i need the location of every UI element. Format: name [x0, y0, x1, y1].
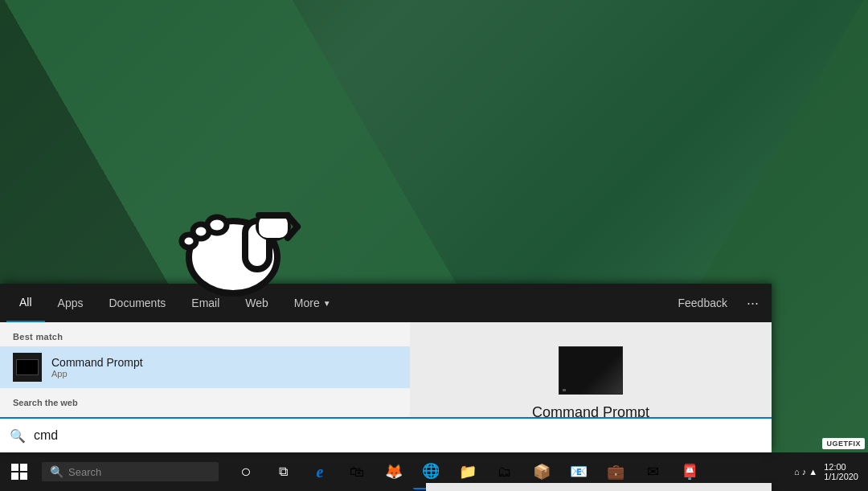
taskbar-store[interactable]: 🛍 [339, 454, 375, 489]
tray-icons: ⌂ ♪ ▲ [794, 467, 817, 477]
taskbar-cortana[interactable]: ○ [228, 454, 264, 489]
cmd-app-icon [13, 353, 42, 382]
search-nav-tabs: All Apps Documents Email Web More ▼ [6, 284, 678, 322]
tab-apps[interactable]: Apps [45, 284, 96, 322]
result-subtitle: App [51, 369, 397, 378]
tab-more[interactable]: More ▼ [281, 284, 344, 322]
mail-icon: ✉ [647, 463, 659, 481]
feedback-button[interactable]: Feedback [678, 297, 727, 309]
app2-icon: 📦 [533, 463, 551, 481]
context-menu: Open Run as administrator [426, 483, 772, 491]
explorer-icon: 📁 [459, 463, 477, 481]
taskbar-firefox[interactable]: 🦊 [376, 454, 411, 489]
firefox-icon: 🦊 [385, 463, 403, 481]
search-nav: All Apps Documents Email Web More ▼ Feed… [0, 284, 772, 322]
taskbar-search[interactable]: 🔍 Search [42, 462, 219, 481]
outlook-icon: 📮 [681, 463, 698, 481]
nav-more-button[interactable]: ··· [740, 295, 765, 312]
edge-icon: e [317, 463, 324, 481]
search-input-bar: 🔍 [0, 417, 772, 452]
chrome-icon: 🌐 [422, 462, 440, 480]
taskbar-search-icon: 🔍 [50, 465, 63, 478]
result-item-cmd[interactable]: Command Prompt App [0, 346, 410, 388]
start-button[interactable] [0, 452, 39, 491]
more-label: More [294, 297, 320, 309]
context-open[interactable]: Open [426, 483, 772, 491]
app1-icon: 🗂 [497, 464, 512, 481]
app4-icon: 💼 [607, 463, 624, 481]
cortana-icon: ○ [236, 462, 256, 481]
search-icon: 🔍 [10, 428, 26, 444]
taskbar-search-text: Search [68, 466, 101, 478]
nav-right: Feedback ··· [678, 295, 766, 312]
tab-all[interactable]: All [6, 284, 45, 322]
tray-clock: 12:001/1/2020 [824, 462, 858, 481]
chevron-down-icon: ▼ [323, 299, 331, 308]
app3-icon: 📧 [570, 463, 588, 481]
taskbar-edge[interactable]: e [302, 454, 338, 489]
web-search-label: Search the web [0, 388, 410, 412]
task-view-icon: ⧉ [279, 464, 288, 479]
tab-email[interactable]: Email [178, 284, 232, 322]
tab-web[interactable]: Web [232, 284, 281, 322]
result-title: Command Prompt [51, 356, 397, 369]
best-match-label: Best match [0, 322, 410, 346]
search-input[interactable] [34, 428, 762, 443]
taskbar-task-view[interactable]: ⧉ [265, 454, 301, 489]
windows-logo [11, 464, 27, 480]
store-icon: 🛍 [350, 464, 364, 481]
ugetfix-badge: UGETFIX [822, 438, 865, 449]
tab-documents[interactable]: Documents [96, 284, 178, 322]
result-text: Command Prompt App [51, 356, 397, 378]
app-preview-icon [559, 346, 623, 395]
taskbar-tray: ⌂ ♪ ▲ 12:001/1/2020 [784, 462, 868, 481]
